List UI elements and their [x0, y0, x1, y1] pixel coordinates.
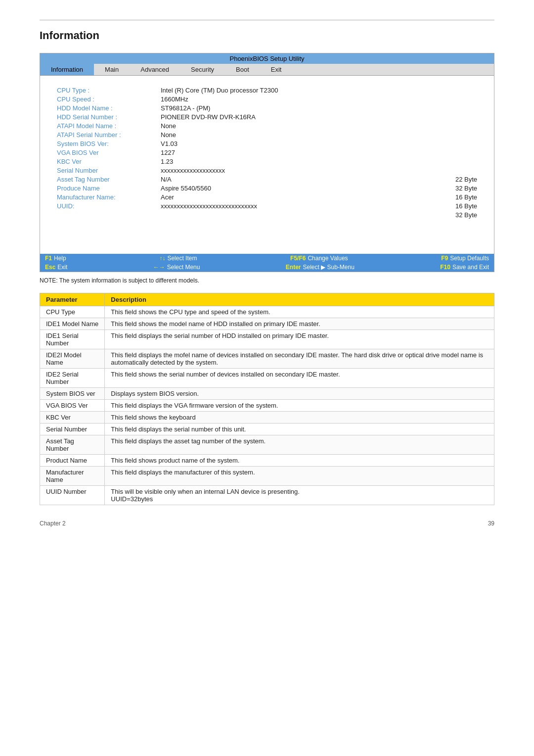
field-label: ATAPI Serial Number :	[55, 130, 159, 139]
field-label: System BIOS Ver:	[55, 139, 159, 148]
field-label: UUID:	[55, 201, 159, 210]
param-name: IDE1 Serial Number	[40, 330, 105, 349]
table-row: Serial Number xxxxxxxxxxxxxxxxxxxx	[55, 166, 479, 175]
bios-nav-information[interactable]: Information	[40, 64, 94, 75]
param-name: IDE1 Model Name	[40, 318, 105, 330]
table-row: UUID: xxxxxxxxxxxxxxxxxxxxxxxxxxxxxx 16 …	[55, 201, 479, 210]
parameter-table: Parameter Description CPU Type This fiel…	[40, 293, 494, 505]
status-row-2: Esc Exit ←→ Select Menu Enter Select ▶ S…	[40, 263, 494, 272]
list-item: KBC Ver This field shows the keyboard	[40, 412, 494, 424]
field-value: N/A	[159, 175, 435, 184]
status-esc: Esc Exit	[45, 264, 67, 271]
field-value: 1227	[159, 148, 435, 157]
list-item: UUID Number This will be visible only wh…	[40, 486, 494, 505]
bios-nav-main[interactable]: Main	[94, 64, 130, 75]
field-value: Acer	[159, 192, 435, 201]
table-row: KBC Ver 1.23	[55, 157, 479, 166]
param-desc: This field displays the serial number of…	[105, 330, 494, 349]
field-label: CPU Type :	[55, 86, 159, 94]
field-value: PIONEER DVD-RW DVR-K16RA	[159, 112, 435, 121]
field-label: HDD Serial Number :	[55, 112, 159, 121]
field-value	[159, 210, 435, 219]
bios-nav-exit[interactable]: Exit	[260, 64, 293, 75]
status-f10: F10 Save and Exit	[440, 264, 489, 271]
list-item: Product Name This field shows product na…	[40, 455, 494, 467]
param-desc: This field shows product name of the sys…	[105, 455, 494, 467]
field-label: CPU Speed :	[55, 94, 159, 103]
param-name: IDE2 Serial Number	[40, 369, 105, 388]
field-value: ST96812A - (PM)	[159, 103, 435, 112]
list-item: Serial Number This field displays the se…	[40, 424, 494, 435]
status-lr-arrows: ←→ Select Menu	[153, 264, 200, 271]
table-row: System BIOS Ver: V1.03	[55, 139, 479, 148]
field-byte	[435, 148, 479, 157]
param-name: Product Name	[40, 455, 105, 467]
param-name: VGA BIOS Ver	[40, 400, 105, 412]
field-label	[55, 210, 159, 219]
param-desc: This field displays the mofel name of de…	[105, 349, 494, 369]
field-byte: 16 Byte	[435, 201, 479, 210]
bios-info-table: CPU Type : Intel (R) Core (TM) Duo proce…	[55, 86, 479, 239]
field-value: None	[159, 121, 435, 130]
table-row-spacer	[55, 219, 479, 239]
table-row: HDD Serial Number : PIONEER DVD-RW DVR-K…	[55, 112, 479, 121]
note-text: NOTE: The system information is subject …	[40, 277, 494, 284]
bios-title-bar: PhoenixBIOS Setup Utility	[40, 53, 494, 64]
table-row: 32 Byte	[55, 210, 479, 219]
field-label: KBC Ver	[55, 157, 159, 166]
param-desc: This field displays the asset tag number…	[105, 435, 494, 455]
field-byte: 32 Byte	[435, 184, 479, 192]
list-item: IDE1 Serial Number This field displays t…	[40, 330, 494, 349]
param-desc: This field displays the manufacturer of …	[105, 467, 494, 486]
status-arrows-item: ↑↓ Select Item	[159, 255, 197, 262]
table-row: Manufacturer Name: Acer 16 Byte	[55, 192, 479, 201]
list-item: Manufacturer Name This field displays th…	[40, 467, 494, 486]
field-label: VGA BIOS Ver	[55, 148, 159, 157]
param-name: CPU Type	[40, 306, 105, 318]
chapter-label: Chapter 2	[40, 520, 66, 527]
bios-nav-advanced[interactable]: Advanced	[130, 64, 180, 75]
table-row: Produce Name Aspire 5540/5560 32 Byte	[55, 184, 479, 192]
field-label: Produce Name	[55, 184, 159, 192]
field-byte	[435, 103, 479, 112]
field-value: Aspire 5540/5560	[159, 184, 435, 192]
param-desc: This field displays the VGA firmware ver…	[105, 400, 494, 412]
field-value: xxxxxxxxxxxxxxxxxxxxxxxxxxxxxx	[159, 201, 435, 210]
field-byte	[435, 139, 479, 148]
field-byte: 16 Byte	[435, 192, 479, 201]
list-item: Asset Tag Number This field displays the…	[40, 435, 494, 455]
param-desc: This field shows the serial number of de…	[105, 369, 494, 388]
param-name: UUID Number	[40, 486, 105, 505]
table-row: Asset Tag Number N/A 22 Byte	[55, 175, 479, 184]
field-value: xxxxxxxxxxxxxxxxxxxx	[159, 166, 435, 175]
status-f1: F1 Help	[45, 255, 66, 262]
param-desc: Displays system BIOS version.	[105, 388, 494, 400]
col-header-parameter: Parameter	[40, 293, 105, 306]
table-header-row: Parameter Description	[40, 293, 494, 306]
col-header-description: Description	[105, 293, 494, 306]
param-desc: This will be visible only when an intern…	[105, 486, 494, 505]
bios-nav: Information Main Advanced Security Boot …	[40, 64, 494, 76]
field-value: Intel (R) Core (TM) Duo processor T2300	[159, 86, 435, 94]
param-name: Serial Number	[40, 424, 105, 435]
table-row: VGA BIOS Ver 1227	[55, 148, 479, 157]
field-value: 1.23	[159, 157, 435, 166]
field-label: Asset Tag Number	[55, 175, 159, 184]
bios-nav-security[interactable]: Security	[180, 64, 225, 75]
list-item: CPU Type This field shows the CPU type a…	[40, 306, 494, 318]
param-desc: This field shows the CPU type and speed …	[105, 306, 494, 318]
field-byte	[435, 157, 479, 166]
field-label: ATAPI Model Name :	[55, 121, 159, 130]
bios-status-bar: F1 Help ↑↓ Select Item F5/F6 Change Valu…	[40, 254, 494, 272]
page-number: 39	[488, 520, 494, 527]
field-byte	[435, 121, 479, 130]
field-byte: 32 Byte	[435, 210, 479, 219]
param-name: Asset Tag Number	[40, 435, 105, 455]
bios-nav-boot[interactable]: Boot	[225, 64, 260, 75]
table-row: CPU Speed : 1660MHz	[55, 94, 479, 103]
field-value: None	[159, 130, 435, 139]
field-byte	[435, 86, 479, 94]
status-enter: Enter Select ▶ Sub-Menu	[286, 264, 355, 271]
field-label: Manufacturer Name:	[55, 192, 159, 201]
table-row: HDD Model Name : ST96812A - (PM)	[55, 103, 479, 112]
